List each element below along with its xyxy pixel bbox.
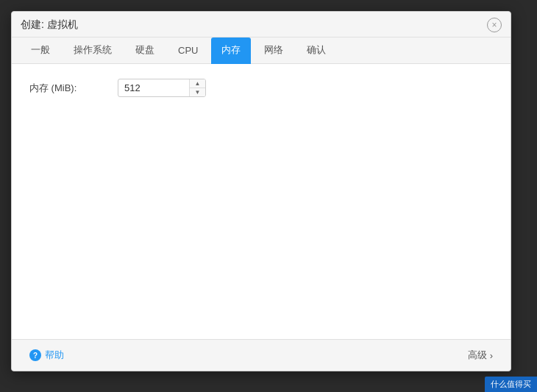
advanced-button[interactable]: 高级 ›	[462, 346, 499, 365]
dialog-content: 内存 (MiB): ▲ ▼	[12, 64, 511, 339]
tab-disk[interactable]: 硬盘	[125, 38, 165, 64]
help-icon: ?	[29, 349, 41, 361]
memory-form-row: 内存 (MiB): ▲ ▼	[29, 79, 493, 97]
advanced-label: 高级	[468, 349, 487, 362]
close-button[interactable]: ×	[487, 18, 502, 32]
dialog-footer: ? 帮助 高级 ›	[12, 339, 511, 371]
tab-cpu[interactable]: CPU	[168, 39, 208, 63]
tab-confirm[interactable]: 确认	[296, 38, 336, 64]
create-vm-dialog: 创建: 虚拟机 × 一般 操作系统 硬盘 CPU 内存 网络 确认 内存 (Mi…	[11, 11, 511, 371]
help-button[interactable]: ? 帮助	[24, 346, 70, 365]
tab-bar: 一般 操作系统 硬盘 CPU 内存 网络 确认	[12, 38, 511, 64]
tab-memory[interactable]: 内存	[211, 38, 251, 64]
tab-os[interactable]: 操作系统	[63, 38, 122, 64]
help-label: 帮助	[45, 349, 64, 362]
tab-general[interactable]: 一般	[21, 38, 60, 64]
site-badge: 什么值得买	[485, 377, 537, 392]
tab-network[interactable]: 网络	[254, 38, 294, 64]
dialog-title: 创建: 虚拟机	[21, 18, 78, 32]
dialog-titlebar: 创建: 虚拟机 ×	[12, 12, 511, 38]
memory-spinner-buttons: ▲ ▼	[189, 79, 205, 96]
memory-spinner: ▲ ▼	[118, 79, 206, 97]
memory-increment-button[interactable]: ▲	[190, 79, 205, 88]
chevron-right-icon: ›	[490, 350, 493, 361]
badge-text: 什么值得买	[491, 379, 531, 388]
memory-decrement-button[interactable]: ▼	[190, 88, 205, 96]
memory-label: 内存 (MiB):	[29, 82, 118, 95]
